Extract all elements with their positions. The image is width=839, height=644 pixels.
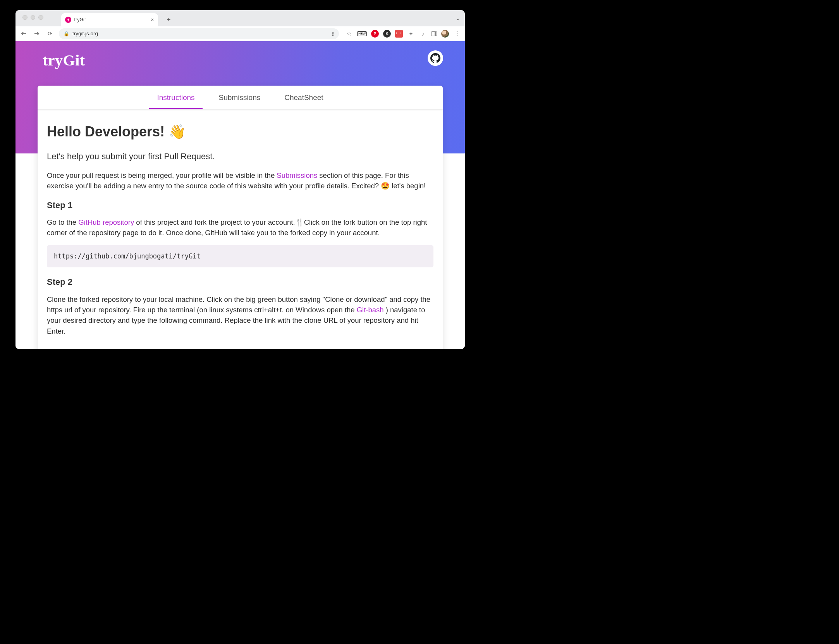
window-close-button[interactable] [22,15,28,20]
browser-window: ✦ tryGit × + ⌄ ➔ ➔ ⟳ 🔒 trygit.js.org ⇪ ☆… [15,10,465,349]
window-maximize-button[interactable] [38,15,43,20]
github-link-button[interactable] [428,50,443,66]
github-icon [430,53,440,63]
step1-text-pre: Go to the [47,218,78,226]
lock-icon: 🔒 [64,31,69,36]
extension-grid-icon[interactable]: ⋮⋮ [395,30,403,38]
tab-favicon-icon: ✦ [65,17,71,23]
profile-avatar-icon[interactable] [441,30,449,38]
pinterest-icon[interactable]: P [371,30,379,38]
step2-paragraph: Clone the forked repository to your loca… [47,294,433,337]
browser-tab-bar: ✦ tryGit × + ⌄ [15,10,465,26]
tab-close-button[interactable]: × [151,17,154,23]
intro-submissions-link[interactable]: Submissions [277,171,317,179]
page-viewport: tryGit Instructions Submissions CheatShe… [15,41,465,349]
page-subheading: Let's help you submit your first Pull Re… [47,150,433,163]
nav-reload-button[interactable]: ⟳ [46,30,54,37]
intro-paragraph: Once your pull request is being merged, … [47,170,433,191]
browser-tab-active[interactable]: ✦ tryGit × [61,13,158,26]
window-minimize-button[interactable] [31,15,36,20]
tabs-overflow-button[interactable]: ⌄ [456,15,460,21]
extension-icons: ☆ NEW P K ⋮⋮ ✦ ♪ ⋮ [344,30,461,38]
extension-k-icon[interactable]: K [383,30,391,38]
tab-title: tryGit [74,17,86,22]
intro-text-pre: Once your pull request is being merged, … [47,171,277,179]
step2-gitbash-link[interactable]: Git-bash [357,306,384,314]
window-traffic-lights [20,10,46,26]
browser-menu-button[interactable]: ⋮ [453,30,461,38]
bookmark-star-icon[interactable]: ☆ [345,30,353,38]
content-tabs: Instructions Submissions CheatSheet [38,86,443,110]
step1-paragraph: Go to the GitHub repository of this proj… [47,217,433,238]
step2-heading: Step 2 [47,276,433,289]
extensions-button-icon[interactable]: ✦ [407,30,415,38]
browser-toolbar: ➔ ➔ ⟳ 🔒 trygit.js.org ⇪ ☆ NEW P K ⋮⋮ ✦ ♪… [15,26,465,41]
nav-back-button[interactable]: ➔ [19,29,28,38]
step1-repo-link[interactable]: GitHub repository [78,218,134,226]
new-tab-button[interactable]: + [163,14,174,25]
tab-cheatsheet[interactable]: CheatSheet [281,86,326,108]
address-bar[interactable]: 🔒 trygit.js.org ⇪ [59,28,339,39]
content-card: Instructions Submissions CheatSheet Hell… [38,86,443,349]
step1-heading: Step 1 [47,199,433,212]
site-logo[interactable]: tryGit [43,51,85,69]
tab-instructions[interactable]: Instructions [154,86,198,108]
tab-submissions[interactable]: Submissions [216,86,264,108]
music-note-icon[interactable]: ♪ [419,30,427,38]
side-panel-icon[interactable] [431,31,437,36]
share-icon[interactable]: ⇪ [331,31,335,36]
nav-forward-button[interactable]: ➔ [33,29,41,38]
card-body: Hello Developers! 👋 Let's help you submi… [38,110,443,349]
extension-new-icon[interactable]: NEW [357,31,367,36]
address-url: trygit.js.org [72,31,98,36]
page-heading: Hello Developers! 👋 [47,121,433,142]
step1-code-block[interactable]: https://github.com/bjungbogati/tryGit [47,245,433,267]
